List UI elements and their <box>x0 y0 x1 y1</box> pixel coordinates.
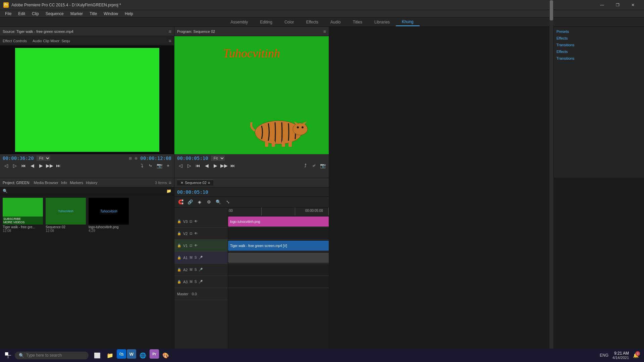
track-vis-v1[interactable]: 👁 <box>194 244 198 247</box>
track-sync-v1[interactable]: ⊡ <box>190 244 192 247</box>
program-lift[interactable]: ⤴ <box>302 162 309 169</box>
source-go-in[interactable]: ⏮ <box>20 162 27 169</box>
menu-help[interactable]: Help <box>121 11 137 17</box>
taskbar-app-task-view[interactable]: ⬜ <box>91 349 103 361</box>
source-go-out[interactable]: ⏭ <box>55 162 62 169</box>
media-item-logo[interactable]: Tuhocvitịnh logo-tuhocvitinh.png 4;29 <box>89 198 129 349</box>
seq-menu-icon[interactable]: ≡ <box>208 181 210 185</box>
clip-logo-v3[interactable]: logo-tuhocvitinh.png <box>228 217 329 227</box>
tab-history[interactable]: History <box>86 181 97 185</box>
track-vis-v3[interactable]: 👁 <box>194 220 198 223</box>
taskbar-app-store[interactable]: 🛍 <box>117 349 126 359</box>
seq-close-icon[interactable]: ✕ <box>180 181 183 185</box>
new-folder-icon[interactable]: 📁 <box>166 189 171 193</box>
program-mark-out[interactable]: ▷ <box>186 162 193 169</box>
source-mark-in[interactable]: ◁ <box>3 162 9 169</box>
program-extract[interactable]: ⤶ <box>311 162 317 169</box>
track-lock-a1[interactable]: 🔒 <box>177 256 181 259</box>
source-fit-selector[interactable]: Fit <box>37 156 50 161</box>
panel-menu-icon[interactable]: ≡ <box>169 38 171 44</box>
track-mic-a3[interactable]: 🎤 <box>199 280 203 284</box>
tab-info[interactable]: Info <box>61 181 67 185</box>
source-mark-out[interactable]: ▷ <box>11 162 18 169</box>
source-insert[interactable]: ⤵ <box>139 162 145 169</box>
track-mic-a2[interactable]: 🎤 <box>199 268 203 272</box>
track-lock-a2[interactable]: 🔒 <box>177 268 181 272</box>
workspace-tab-libraries[interactable]: Libraries <box>368 18 396 26</box>
source-icon-btn1[interactable]: ⊞ <box>129 156 132 161</box>
workspace-tab-audio[interactable]: Audio <box>324 18 347 26</box>
source-play[interactable]: ▶ <box>38 162 44 169</box>
tl-btn-settings[interactable]: ⚙ <box>205 198 213 206</box>
track-mute-a3[interactable]: M <box>190 280 192 284</box>
sequence-tab[interactable]: ✕ Sequence 02 ≡ <box>177 180 213 186</box>
taskbar-app-word[interactable]: W <box>127 349 136 359</box>
start-button[interactable] <box>1 349 15 362</box>
track-solo-a2[interactable]: S <box>195 268 197 272</box>
taskbar-app-paint[interactable]: 🎨 <box>160 349 172 361</box>
workspace-tab-khung[interactable]: Khung <box>396 18 420 26</box>
program-step-back[interactable]: ◀ <box>203 162 210 169</box>
project-menu-btn[interactable]: ≡ <box>169 180 171 185</box>
media-item-tiger[interactable]: SUBSCRIBEMORE VIDEOS Tiger walk - free g… <box>3 198 43 349</box>
menu-clip[interactable]: Clip <box>29 11 42 17</box>
close-button[interactable]: ✕ <box>625 0 641 10</box>
menu-title[interactable]: Title <box>86 11 100 17</box>
workspace-tab-effects[interactable]: Effects <box>300 18 324 26</box>
media-item-sequence[interactable]: Tuhocvitinh Sequence 02 12:08 <box>46 198 86 349</box>
taskbar-app-explorer[interactable]: 📁 <box>104 349 116 361</box>
track-lock-v3[interactable]: 🔒 <box>177 220 181 223</box>
tab-media-browser[interactable]: Media Browser <box>34 181 58 185</box>
track-lock-v2[interactable]: 🔒 <box>177 232 181 235</box>
clip-tiger-v1[interactable]: Tiger walk - free green screen.mp4 [V] <box>228 241 329 251</box>
workspace-tab-titles[interactable]: Titles <box>347 18 368 26</box>
source-overwrite[interactable]: ⤷ <box>147 162 154 169</box>
taskbar-app-chrome[interactable]: 🌐 <box>137 349 149 361</box>
workspace-tab-editing[interactable]: Editing <box>254 18 278 26</box>
taskbar-app-premiere[interactable]: Pr <box>150 349 159 359</box>
source-monitor-menu[interactable]: ≡ <box>169 29 171 34</box>
minimize-button[interactable]: — <box>594 0 610 10</box>
tab-audio-clip-mixer[interactable]: Audio Clip Mixer: Sequ <box>33 39 70 43</box>
program-go-out[interactable]: ⏭ <box>229 162 236 169</box>
menu-file[interactable]: File <box>2 11 15 17</box>
source-icon-btn2[interactable]: ⊕ <box>135 156 138 161</box>
track-lock-a3[interactable]: 🔒 <box>177 280 181 284</box>
program-play[interactable]: ▶ <box>212 162 219 169</box>
tab-markers[interactable]: Markers <box>70 181 83 185</box>
workspace-tab-assembly[interactable]: Assembly <box>224 18 254 26</box>
tl-btn-zoom-out[interactable]: 🔍 <box>215 198 222 206</box>
source-timecode-left[interactable]: 00:00:36:20 <box>3 156 34 161</box>
tl-btn-linked[interactable]: 🔗 <box>186 198 194 206</box>
tab-effect-controls[interactable]: Effect Controls <box>3 39 27 43</box>
maximize-button[interactable]: ❐ <box>610 0 625 10</box>
source-step-forward[interactable]: ▶▶ <box>46 162 53 169</box>
timeline-timecode[interactable]: 00:00:05:10 <box>177 189 208 195</box>
program-export-frame[interactable]: 📷 <box>319 162 326 169</box>
program-fit-selector[interactable]: Fit <box>211 156 225 161</box>
program-step-forward[interactable]: ▶▶ <box>221 162 227 169</box>
track-solo-a1[interactable]: S <box>195 256 197 259</box>
track-lock-v1[interactable]: 🔒 <box>177 244 181 247</box>
track-sync-v3[interactable]: ⊡ <box>190 220 192 223</box>
menu-marker[interactable]: Marker <box>67 11 86 17</box>
track-sync-v2[interactable]: ⊡ <box>190 232 192 235</box>
taskbar-lang[interactable]: ENG <box>600 353 608 358</box>
menu-sequence[interactable]: Sequence <box>42 11 67 17</box>
taskbar-search[interactable]: 🔍 Type here to search <box>15 352 89 359</box>
track-mic-a1[interactable]: 🎤 <box>199 256 203 259</box>
source-export-frame[interactable]: 📷 <box>156 162 163 169</box>
workspace-tab-color[interactable]: Color <box>278 18 300 26</box>
program-go-in[interactable]: ⏮ <box>195 162 201 169</box>
program-mark-in[interactable]: ◁ <box>177 162 184 169</box>
menu-window[interactable]: Window <box>100 11 121 17</box>
track-vis-v2[interactable]: 👁 <box>194 232 198 235</box>
track-mute-a1[interactable]: M <box>190 256 192 259</box>
track-solo-a3[interactable]: S <box>195 280 197 284</box>
notification-icon[interactable]: 🔔 3 <box>633 353 639 358</box>
project-search-input[interactable] <box>9 189 165 193</box>
tl-btn-zoom-in[interactable]: ⤡ <box>224 198 231 206</box>
program-timecode[interactable]: 00:00:05:10 <box>177 156 208 161</box>
tl-btn-snap[interactable]: 🧲 <box>177 198 184 206</box>
menu-edit[interactable]: Edit <box>15 11 29 17</box>
